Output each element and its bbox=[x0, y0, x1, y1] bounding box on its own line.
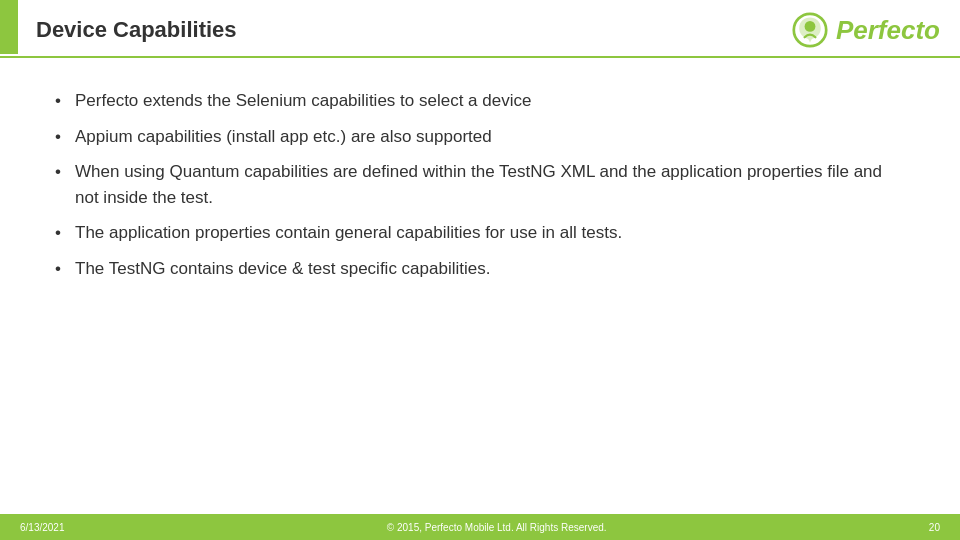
slide-container: Device Capabilities Perfecto Perfecto ex… bbox=[0, 0, 960, 540]
footer-date: 6/13/2021 bbox=[20, 522, 65, 533]
bullet-item-1: Perfecto extends the Selenium capabiliti… bbox=[55, 88, 910, 114]
logo-area: Perfecto bbox=[792, 12, 940, 48]
footer-page-number: 20 bbox=[929, 522, 940, 533]
slide-footer: 6/13/2021 © 2015, Perfecto Mobile Ltd. A… bbox=[0, 514, 960, 540]
slide-content: Perfecto extends the Selenium capabiliti… bbox=[0, 58, 960, 514]
slide-title: Device Capabilities bbox=[28, 17, 237, 43]
bullet-item-5: The TestNG contains device & test specif… bbox=[55, 256, 910, 282]
bullet-list: Perfecto extends the Selenium capabiliti… bbox=[55, 88, 910, 281]
bullet-item-3: When using Quantum capabilities are defi… bbox=[55, 159, 910, 210]
bullet-item-4: The application properties contain gener… bbox=[55, 220, 910, 246]
slide-header: Device Capabilities Perfecto bbox=[0, 0, 960, 58]
footer-copyright: © 2015, Perfecto Mobile Ltd. All Rights … bbox=[387, 522, 607, 533]
bullet-item-2: Appium capabilities (install app etc.) a… bbox=[55, 124, 910, 150]
svg-point-1 bbox=[805, 21, 816, 32]
perfecto-logo-icon bbox=[792, 12, 828, 48]
perfecto-logo-text: Perfecto bbox=[836, 15, 940, 46]
